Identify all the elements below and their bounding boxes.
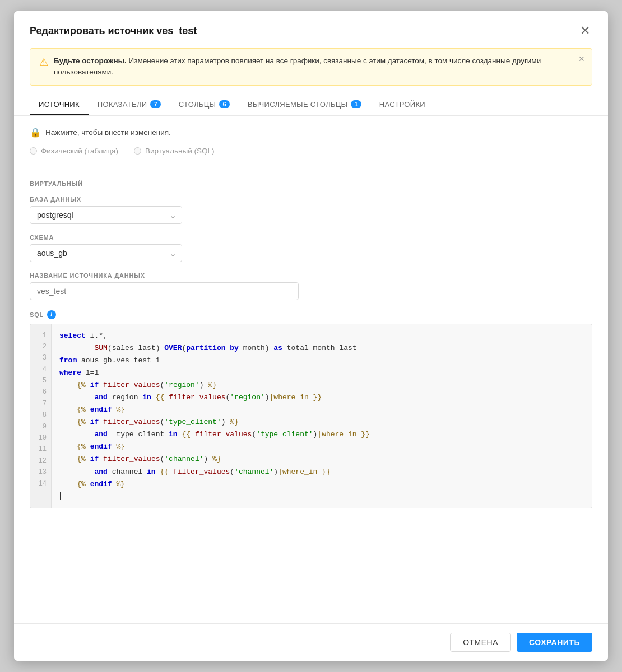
database-select[interactable]: postgresql [30, 206, 182, 224]
sql-label-row: SQL i [30, 310, 592, 319]
warning-text: Будьте осторожны. Изменение этих парамет… [54, 55, 583, 78]
lock-icon: 🔒 [30, 127, 41, 138]
modal-body: 🔒 Нажмите, чтобы внести изменения. Физич… [14, 116, 608, 624]
tab-calc-columns-badge: 1 [351, 100, 361, 108]
database-field-group: БАЗА ДАННЫХ postgresql [30, 196, 592, 224]
schema-label: СХЕМА [30, 234, 592, 241]
datasource-name-field-group: НАЗВАНИЕ ИСТОЧНИКА ДАННЫХ [30, 272, 592, 300]
cancel-button[interactable]: ОТМЕНА [450, 633, 511, 652]
close-button[interactable]: ✕ [578, 22, 592, 39]
tab-columns[interactable]: СТОЛБЦЫ 6 [170, 95, 239, 115]
tab-source[interactable]: ИСТОЧНИК [30, 95, 89, 115]
sql-code[interactable]: select i.*, SUM(sales_last) OVER(partiti… [52, 324, 592, 508]
modal-header: Редактировать источник ves_test ✕ [14, 11, 608, 48]
tabs-container: ИСТОЧНИК ПОКАЗАТЕЛИ 7 СТОЛБЦЫ 6 ВЫЧИСЛЯЕ… [14, 95, 608, 116]
warning-close-button[interactable]: ✕ [578, 54, 585, 63]
tab-calc-columns[interactable]: ВЫЧИСЛЯЕМЫЕ СТОЛБЦЫ 1 [239, 95, 370, 115]
sql-info-icon[interactable]: i [47, 310, 56, 319]
database-select-wrapper[interactable]: postgresql [30, 206, 182, 224]
save-button[interactable]: СОХРАНИТЬ [517, 633, 592, 652]
tab-metrics[interactable]: ПОКАЗАТЕЛИ 7 [89, 95, 170, 115]
tab-columns-badge: 6 [219, 100, 229, 108]
virtual-label: ВИРТУАЛЬНЫЙ [30, 180, 592, 187]
radio-physical[interactable]: Физический (таблица) [30, 147, 118, 155]
schema-select-wrapper[interactable]: aous_gb [30, 244, 182, 262]
tab-settings[interactable]: НАСТРОЙКИ [370, 95, 434, 115]
datasource-name-input[interactable] [30, 282, 299, 300]
source-type-radio-group: Физический (таблица) Виртуальный (SQL) [30, 147, 592, 155]
schema-field-group: СХЕМА aous_gb [30, 234, 592, 262]
sql-editor[interactable]: 12345 678910 11121314 select i.*, SUM(sa… [30, 324, 592, 508]
schema-select[interactable]: aous_gb [30, 244, 182, 262]
sql-field-group: SQL i 12345 678910 11121314 select i.*, … [30, 310, 592, 508]
warning-banner: ⚠ Будьте осторожны. Изменение этих парам… [30, 48, 592, 86]
modal-footer: ОТМЕНА СОХРАНИТЬ [14, 623, 608, 661]
line-numbers: 12345 678910 11121314 [30, 324, 52, 508]
divider [30, 169, 592, 169]
modal-title: Редактировать источник ves_test [30, 25, 197, 37]
database-label: БАЗА ДАННЫХ [30, 196, 592, 203]
tab-metrics-badge: 7 [150, 100, 160, 108]
lock-notice[interactable]: 🔒 Нажмите, чтобы внести изменения. [30, 127, 592, 138]
radio-virtual[interactable]: Виртуальный (SQL) [134, 147, 215, 155]
edit-datasource-modal: Редактировать источник ves_test ✕ ⚠ Будь… [14, 11, 608, 661]
warning-icon: ⚠ [39, 56, 48, 68]
datasource-name-label: НАЗВАНИЕ ИСТОЧНИКА ДАННЫХ [30, 272, 592, 279]
